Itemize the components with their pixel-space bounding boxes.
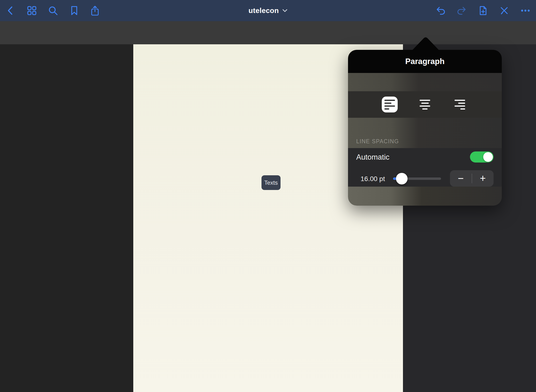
grid-icon [26,5,37,16]
search-icon [47,5,59,16]
goodnotes-window: utelecon [0,0,536,392]
toggle-knob [483,152,493,162]
align-center-button[interactable] [417,97,433,112]
add-page-icon [477,5,489,16]
selected-text-label: Texts [264,179,278,186]
top-navigation-bar: utelecon [0,0,536,21]
stylus-disconnect-button[interactable] [497,4,511,17]
increase-spacing-button[interactable]: + [472,170,494,187]
add-page-button[interactable] [476,4,490,17]
popover-arrow [412,37,439,50]
alignment-row [348,91,502,118]
automatic-toggle[interactable] [470,151,494,163]
line-spacing-controls: Automatic 16.00 pt − + [348,148,502,187]
spacing-value-label: 16.00 pt [361,175,385,183]
redo-icon [456,5,467,16]
chevron-down-icon [282,8,288,13]
chevron-left-icon [5,5,16,16]
document-title[interactable]: utelecon [248,0,288,21]
redo-button[interactable] [455,4,469,17]
line-spacing-section-label: LINE SPACING [356,138,399,145]
selected-text-object[interactable]: Texts [261,175,281,190]
bookmark-button[interactable] [67,4,81,17]
spacing-slider[interactable] [393,177,441,180]
back-button[interactable] [4,4,17,17]
decrease-spacing-button[interactable]: − [450,170,472,187]
more-options-button[interactable] [519,4,532,17]
line-spacing-section-header: LINE SPACING [348,118,502,148]
stylus-x-icon [499,5,510,16]
align-right-icon [455,100,465,110]
spacing-stepper: − + [450,170,494,187]
align-right-button[interactable] [452,97,468,112]
align-left-button[interactable] [382,97,398,112]
automatic-label: Automatic [356,153,389,162]
popover-spacer [348,73,502,91]
undo-icon [435,5,446,16]
undo-button[interactable] [434,4,447,17]
search-button[interactable] [46,4,60,17]
popover-footer [348,187,502,206]
align-center-icon [420,100,430,110]
align-left-icon [384,100,395,110]
tool-bar: T HiraginoSans-... 16 [0,21,536,44]
share-icon [89,5,100,16]
bookmark-icon [69,5,80,16]
share-button[interactable] [88,4,102,17]
slider-thumb[interactable] [396,173,408,184]
canvas-background-left [0,44,133,392]
popover-title: Paragraph [405,57,444,66]
document-title-label: utelecon [248,7,279,15]
thumbnails-button[interactable] [25,4,39,17]
paragraph-popover: Paragraph LINE SPACING Automatic 16.00 p… [348,50,502,206]
popover-header: Paragraph [348,50,502,73]
ellipsis-icon [520,5,531,16]
